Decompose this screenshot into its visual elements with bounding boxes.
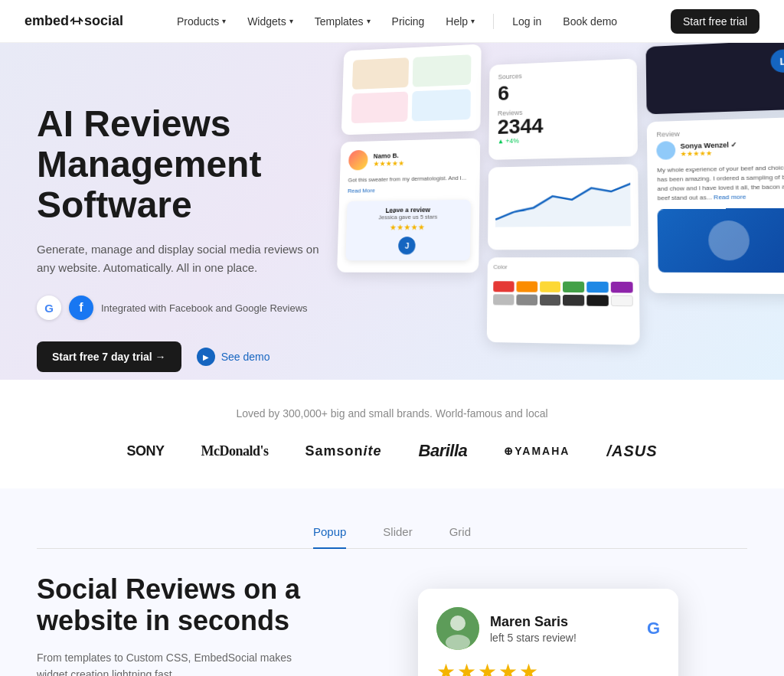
- hero-subtitle: Generate, manage and display social medi…: [37, 240, 328, 277]
- brand-barilla: Barilla: [419, 441, 468, 461]
- screenshot-card-dark: L: [646, 43, 784, 114]
- reviewer-subtitle: left 5 stars review!: [490, 632, 636, 644]
- reviewer-avatar: [436, 607, 479, 650]
- hero-title: AI Reviews Management Software: [37, 104, 328, 225]
- chevron-down-icon: ▾: [289, 17, 293, 25]
- chevron-down-icon: ▾: [367, 17, 371, 25]
- features-desc: From templates to Custom CSS, EmbedSocia…: [37, 649, 312, 676]
- nav-separator: [493, 14, 494, 29]
- screenshot-card-person-review: Review Sonya Wenzel ✓ ★★★★★ My whole exp…: [647, 117, 784, 295]
- features-tabs: Popup Slider Grid: [37, 519, 747, 549]
- hero-content: AI Reviews Management Software Generate,…: [37, 89, 328, 372]
- start-trial-button[interactable]: Start free trial: [671, 9, 760, 34]
- book-demo-button[interactable]: Book demo: [554, 11, 626, 32]
- google-badge: G: [37, 296, 61, 320]
- svg-point-3: [446, 635, 470, 650]
- brand-asus: /ASUS: [606, 443, 657, 460]
- nav-pricing[interactable]: Pricing: [383, 11, 434, 32]
- facebook-badge: f: [69, 296, 93, 320]
- logo[interactable]: embedsocial: [24, 13, 123, 29]
- nav-help[interactable]: Help ▾: [436, 11, 484, 32]
- screenshot-card-food: [341, 44, 482, 136]
- chevron-down-icon: ▾: [471, 17, 475, 25]
- brand-yamaha: ⊕YAMAHA: [504, 445, 570, 457]
- navbar: embedsocial Products ▾ Widgets ▾ Templat…: [0, 0, 784, 43]
- google-review-icon: G: [647, 619, 660, 638]
- tab-grid[interactable]: Grid: [449, 519, 471, 549]
- svg-point-2: [450, 616, 466, 631]
- play-icon: ▶: [197, 348, 215, 366]
- nav-links: Products ▾ Widgets ▾ Templates ▾ Pricing…: [168, 11, 626, 32]
- brand-mcdonalds: McDonald's: [201, 443, 268, 459]
- badge-text: Integrated with Facebook and Google Revi…: [101, 302, 308, 314]
- tab-popup[interactable]: Popup: [313, 519, 346, 549]
- hero-screenshots: Namo B. ★★★★★ Got this sweater from my d…: [334, 43, 784, 380]
- nav-products[interactable]: Products ▾: [168, 11, 235, 32]
- screenshot-card-chart: [488, 164, 639, 250]
- screenshot-card-colors: Color: [486, 257, 640, 345]
- features-section: Popup Slider Grid Social Reviews on a we…: [0, 488, 784, 676]
- tab-slider[interactable]: Slider: [383, 519, 412, 549]
- features-right: Maren Saris left 5 stars review! G ★★★★★…: [349, 573, 747, 676]
- trusted-section: Loved by 300,000+ big and small brands. …: [0, 380, 784, 488]
- nav-widgets[interactable]: Widgets ▾: [238, 11, 302, 32]
- screenshot-card-stats: Sources 6 Reviews 2344 ▲ +4%: [488, 58, 638, 160]
- logo-text: embedsocial: [24, 13, 123, 29]
- features-content: Social Reviews on a website in seconds F…: [37, 573, 747, 676]
- hero-badges: G f Integrated with Facebook and Google …: [37, 296, 328, 320]
- brand-logos: SONY McDonald's Samsonite Barilla ⊕YAMAH…: [37, 441, 747, 461]
- chevron-down-icon: ▾: [222, 17, 226, 25]
- brand-sony: SONY: [126, 443, 164, 459]
- nav-templates[interactable]: Templates ▾: [305, 11, 380, 32]
- features-title: Social Reviews on a website in seconds: [37, 573, 312, 637]
- brand-samsonite: Samsonite: [305, 443, 381, 459]
- features-left: Social Reviews on a website in seconds F…: [37, 573, 312, 676]
- hero-trial-button[interactable]: Start free 7 day trial →: [37, 341, 181, 372]
- hero-cta: Start free 7 day trial → ▶ See demo: [37, 341, 328, 372]
- reviewer-name: Maren Saris: [490, 614, 636, 630]
- trusted-tagline: Loved by 300,000+ big and small brands. …: [37, 407, 747, 420]
- see-demo-button[interactable]: ▶ See demo: [197, 348, 270, 366]
- review-stars: ★★★★★: [436, 659, 660, 676]
- login-button[interactable]: Log in: [503, 11, 550, 32]
- screenshot-card-review-form: Namo B. ★★★★★ Got this sweater from my d…: [337, 138, 480, 273]
- hero-section: AI Reviews Management Software Generate,…: [0, 43, 784, 380]
- review-popup: Maren Saris left 5 stars review! G ★★★★★: [418, 589, 678, 676]
